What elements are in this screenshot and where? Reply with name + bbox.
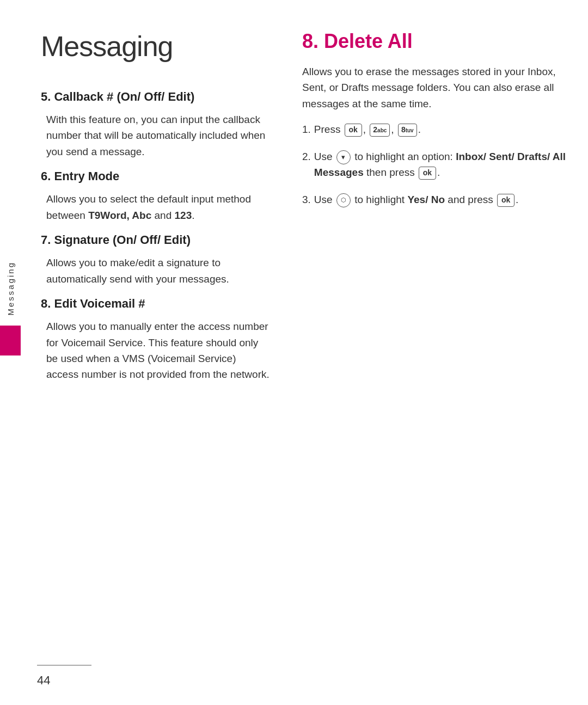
section-8-left-heading: 8. Edit Voicemail #: [41, 297, 270, 311]
section-8-left-body: Allows you to manually enter the access …: [41, 318, 270, 383]
step-3-content: Use to highlight Yes/ No and press ok.: [314, 192, 566, 207]
section-6-body: Allows you to select the default input m…: [41, 191, 270, 223]
section-5-body: With this feature on, you can input the …: [41, 112, 270, 160]
page-container: Messaging 44 Messaging 5. Callback # (On…: [0, 0, 588, 705]
right-heading: 8. Delete All: [302, 30, 566, 53]
section-5: 5. Callback # (On/ Off/ Edit) With this …: [41, 90, 270, 160]
ok-key-1: ok: [345, 124, 362, 137]
step-2-content: Use to highlight an option: Inbox/ Sent/…: [314, 149, 566, 181]
page-title: Messaging: [41, 30, 270, 63]
side-tab: Messaging: [0, 261, 21, 381]
step-1-number: 1.: [302, 121, 311, 137]
2abc-key: 2 abc: [370, 124, 390, 137]
step-1-content: Press ok, 2 abc, 8 tuv.: [314, 121, 566, 137]
section-7-heading: 7. Signature (On/ Off/ Edit): [41, 233, 270, 247]
right-column: 8. Delete All Allows you to erase the me…: [286, 0, 588, 705]
nav-updown-icon-3: [336, 193, 351, 207]
section-7-body: Allows you to make/edit a signature to a…: [41, 255, 270, 287]
section-6-heading: 6. Entry Mode: [41, 169, 270, 183]
section-7: 7. Signature (On/ Off/ Edit) Allows you …: [41, 233, 270, 287]
left-column: Messaging 5. Callback # (On/ Off/ Edit) …: [30, 0, 286, 705]
ok-key-3: ok: [497, 194, 514, 207]
step-2: 2. Use to highlight an option: Inbox/ Se…: [302, 149, 566, 181]
section-6: 6. Entry Mode Allows you to select the d…: [41, 169, 270, 223]
nav-down-icon-2: [336, 150, 351, 164]
step-3: 3. Use to highlight Yes/ No and press ok…: [302, 192, 566, 207]
main-content: Messaging 5. Callback # (On/ Off/ Edit) …: [30, 0, 588, 705]
section-5-heading: 5. Callback # (On/ Off/ Edit): [41, 90, 270, 104]
step-1: 1. Press ok, 2 abc, 8 tuv.: [302, 121, 566, 137]
step-3-number: 3.: [302, 192, 311, 207]
side-tab-label: Messaging: [6, 261, 15, 316]
8tuv-key: 8 tuv: [398, 124, 417, 137]
side-tab-bar: [0, 326, 21, 355]
section-8-left: 8. Edit Voicemail # Allows you to manual…: [41, 297, 270, 383]
step-2-number: 2.: [302, 149, 311, 164]
right-intro: Allows you to erase the messages stored …: [302, 64, 566, 112]
ok-key-2: ok: [419, 167, 436, 180]
